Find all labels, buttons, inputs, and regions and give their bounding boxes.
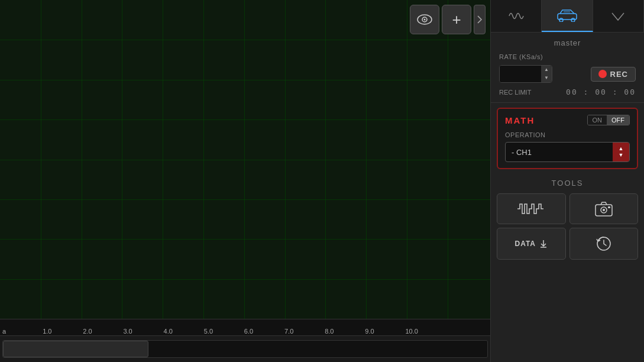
tab-sine[interactable]	[491, 0, 542, 32]
operation-select[interactable]: - CH1 + CH1 × CH1 ÷ CH1	[506, 144, 613, 160]
svg-rect-10	[608, 206, 610, 208]
rate-row: RATE (KSa/s)	[499, 53, 636, 60]
tab-bar	[491, 0, 644, 33]
tools-section: TOOLS DATA	[491, 174, 644, 264]
operation-select-wrap: - CH1 + CH1 × CH1 ÷ CH1 ▲ ▼	[505, 142, 630, 162]
rate-input-wrap: ▲ ▼	[499, 65, 552, 83]
tool-camera-button[interactable]	[569, 193, 639, 224]
x-label-8: 8.0	[325, 328, 334, 335]
tool-waveform-button[interactable]	[497, 193, 566, 224]
tool-history-button[interactable]	[569, 228, 639, 260]
svg-point-2	[424, 19, 426, 21]
rec-button[interactable]: REC	[591, 67, 636, 82]
chart-canvas	[0, 0, 490, 319]
x-label-10: 10.0	[405, 328, 418, 335]
data-button-text: DATA	[514, 240, 536, 248]
rec-label: REC	[610, 70, 628, 79]
svg-point-9	[603, 209, 605, 211]
rec-limit-row: REC LIMIT 00 : 00 : 00	[499, 88, 636, 96]
x-label-2: 2.0	[83, 328, 92, 335]
spinner-up[interactable]: ▲	[541, 66, 552, 74]
svg-point-5	[571, 18, 575, 22]
master-section: master RATE (KSa/s) ▲ ▼ REC REC LIMIT 00…	[491, 33, 644, 103]
spinner-down[interactable]: ▼	[541, 74, 552, 82]
math-toggle-on[interactable]: ON	[588, 115, 607, 125]
tab-check[interactable]	[593, 0, 644, 32]
chart-area: +	[0, 0, 490, 362]
rate-label: RATE (KSa/s)	[499, 53, 543, 60]
tools-grid: DATA	[497, 193, 638, 260]
math-title: MATH	[505, 115, 535, 125]
x-label-0: a	[2, 328, 6, 335]
math-toggle: ON OFF	[587, 115, 630, 125]
x-label-7: 7.0	[284, 328, 293, 335]
svg-point-4	[559, 18, 563, 22]
data-button-label: DATA	[514, 240, 548, 248]
add-button[interactable]: +	[442, 5, 471, 34]
x-label-6: 6.0	[244, 328, 253, 335]
x-label-1: 1.0	[43, 328, 51, 335]
rate-input-row: ▲ ▼ REC	[499, 65, 636, 83]
math-toggle-off[interactable]: OFF	[607, 115, 629, 125]
rate-input[interactable]	[500, 66, 541, 82]
operation-label: OPERATION	[505, 131, 630, 138]
control-panel: master RATE (KSa/s) ▲ ▼ REC REC LIMIT 00…	[490, 0, 644, 362]
x-label-5: 5.0	[204, 328, 213, 335]
master-title: master	[499, 38, 636, 47]
scrollbar-area	[0, 335, 490, 362]
tab-car[interactable]	[542, 0, 593, 32]
x-axis: a 1.0 2.0 3.0 4.0 5.0 6.0 7.0 8.0 9.0 10…	[0, 319, 490, 335]
math-header: MATH ON OFF	[505, 115, 630, 125]
select-arrow-icon[interactable]: ▲ ▼	[613, 143, 629, 161]
math-section: MATH ON OFF OPERATION - CH1 + CH1 × CH1 …	[497, 108, 638, 169]
grid	[0, 0, 490, 319]
eye-button[interactable]	[410, 5, 439, 34]
x-label-3: 3.0	[123, 328, 132, 335]
rec-limit-value: 00 : 00 : 00	[566, 88, 636, 96]
rec-limit-label: REC LIMIT	[499, 89, 531, 96]
scroll-right-button[interactable]	[474, 5, 486, 34]
tool-data-button[interactable]: DATA	[497, 228, 566, 260]
spinner-btns: ▲ ▼	[541, 66, 552, 82]
scrollbar-track[interactable]	[2, 340, 488, 358]
rec-indicator	[598, 70, 607, 78]
chart-toolbar: +	[410, 5, 486, 34]
x-label-9: 9.0	[365, 328, 374, 335]
tools-title: TOOLS	[497, 179, 638, 188]
scrollbar-thumb[interactable]	[3, 341, 148, 357]
x-label-4: 4.0	[164, 328, 173, 335]
